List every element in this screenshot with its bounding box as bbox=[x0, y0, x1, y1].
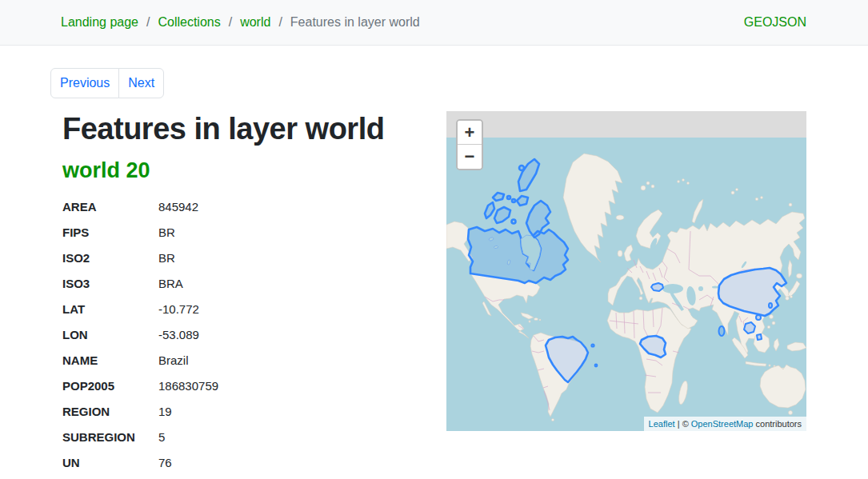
property-value: BR bbox=[158, 220, 218, 245]
property-value: -53.089 bbox=[158, 322, 218, 348]
breadcrumb: Landing page / Collections / world / Fea… bbox=[61, 15, 420, 30]
feature-china-taiwan[interactable] bbox=[769, 303, 772, 308]
property-row: LAT-10.772 bbox=[62, 297, 218, 322]
attribution-divider: | bbox=[678, 419, 680, 429]
property-row: SUBREGION5 bbox=[62, 425, 218, 450]
property-key: LAT bbox=[62, 297, 158, 322]
zoom-out-button[interactable]: − bbox=[458, 145, 482, 169]
feature-brunei[interactable] bbox=[757, 334, 762, 340]
property-key: POP2005 bbox=[62, 373, 158, 399]
property-key: SUBREGION bbox=[62, 425, 158, 450]
feature-canada[interactable] bbox=[468, 227, 568, 283]
breadcrumb-separator: / bbox=[146, 15, 150, 30]
feature-brazil-island[interactable] bbox=[591, 344, 594, 346]
property-row: AREA845942 bbox=[62, 194, 218, 220]
breadcrumb-world[interactable]: world bbox=[240, 15, 270, 30]
property-value: BR bbox=[158, 245, 218, 271]
leaflet-link[interactable]: Leaflet bbox=[649, 419, 675, 429]
openstreetmap-link[interactable]: OpenStreetMap bbox=[691, 419, 754, 429]
property-key: ISO2 bbox=[62, 245, 158, 271]
copyright-symbol: © bbox=[682, 419, 689, 429]
property-row: REGION19 bbox=[62, 399, 218, 425]
feature-id-subtitle: world 20 bbox=[62, 158, 434, 183]
pagination-group: Previous Next bbox=[50, 68, 164, 98]
feature-details: Features in layer world world 20 AREA845… bbox=[50, 111, 434, 476]
property-value: 186830759 bbox=[158, 373, 218, 399]
property-row: LON-53.089 bbox=[62, 322, 218, 348]
previous-button[interactable]: Previous bbox=[50, 68, 119, 98]
feature-brazil-island[interactable] bbox=[595, 365, 598, 367]
world-map-tiles[interactable] bbox=[446, 111, 806, 431]
next-button[interactable]: Next bbox=[118, 68, 164, 98]
property-row: ISO3BRA bbox=[62, 271, 218, 297]
property-row: ISO2BR bbox=[62, 245, 218, 271]
property-key: UN bbox=[62, 450, 158, 476]
feature-china-hainan[interactable] bbox=[756, 315, 761, 320]
breadcrumb-current-page: Features in layer world bbox=[290, 15, 420, 30]
map-attribution: Leaflet | © OpenStreetMap contributors bbox=[644, 417, 806, 431]
properties-table: AREA845942 FIPSBR ISO2BR ISO3BRA LAT-10.… bbox=[62, 194, 218, 476]
property-row: NAMEBrazil bbox=[62, 348, 218, 373]
property-value: BRA bbox=[158, 271, 218, 297]
property-value: 5 bbox=[158, 425, 218, 450]
feature-sri-lanka[interactable] bbox=[719, 326, 725, 336]
breadcrumb-separator: / bbox=[278, 15, 282, 30]
property-row: POP2005186830759 bbox=[62, 373, 218, 399]
property-row: UN76 bbox=[62, 450, 218, 476]
property-row: FIPSBR bbox=[62, 220, 218, 245]
breadcrumb-landing-page[interactable]: Landing page bbox=[61, 15, 138, 30]
property-key: LON bbox=[62, 322, 158, 348]
feature-bulgaria[interactable] bbox=[651, 283, 663, 291]
map-empty-tile-strip bbox=[446, 111, 806, 138]
property-value: 19 bbox=[158, 399, 218, 425]
property-key: AREA bbox=[62, 194, 158, 220]
property-value: Brazil bbox=[158, 348, 218, 373]
main-content: Previous Next Features in layer world wo… bbox=[0, 46, 868, 476]
property-key: FIPS bbox=[62, 220, 158, 245]
contributors-label: contributors bbox=[756, 419, 802, 429]
page-title: Features in layer world bbox=[62, 111, 434, 148]
property-value: -10.772 bbox=[158, 297, 218, 322]
feature-cambodia[interactable] bbox=[744, 322, 755, 333]
zoom-in-button[interactable]: + bbox=[458, 121, 482, 145]
property-key: REGION bbox=[62, 399, 158, 425]
property-key: NAME bbox=[62, 348, 158, 373]
header-bar: Landing page / Collections / world / Fea… bbox=[0, 0, 868, 46]
geojson-format-link[interactable]: GEOJSON bbox=[744, 15, 806, 30]
breadcrumb-separator: / bbox=[229, 15, 232, 30]
property-value: 845942 bbox=[158, 194, 218, 220]
property-value: 76 bbox=[158, 450, 218, 476]
map-zoom-control: + − bbox=[456, 119, 483, 170]
property-key: ISO3 bbox=[62, 271, 158, 297]
breadcrumb-collections[interactable]: Collections bbox=[158, 15, 220, 30]
leaflet-map[interactable]: + − Leaflet | © OpenStreetMap contributo… bbox=[446, 111, 806, 431]
